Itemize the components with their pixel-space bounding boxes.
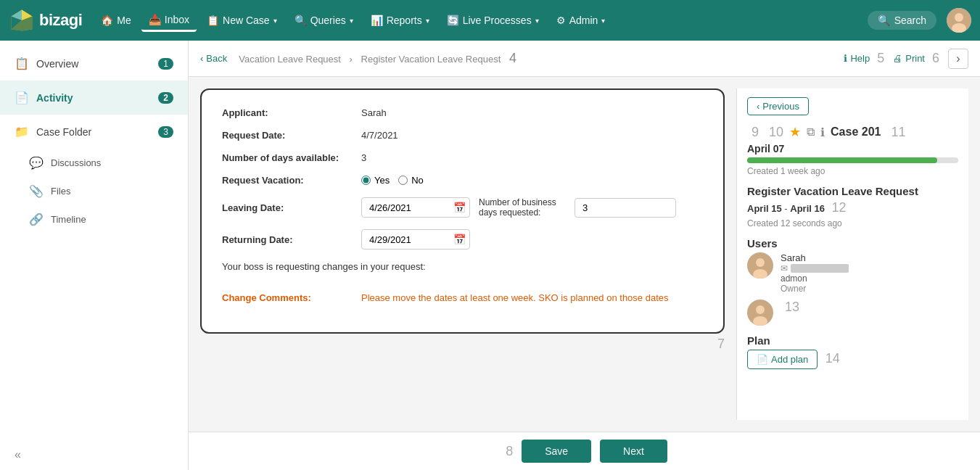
users-title: Users bbox=[747, 237, 958, 250]
form-row-returning-date: Returning Date: 📅 bbox=[222, 229, 703, 250]
form-row-request-vacation: Request Vacation: Yes No bbox=[222, 175, 703, 186]
radio-no[interactable]: No bbox=[398, 175, 424, 186]
sidebar-item-overview[interactable]: 📋 Overview 1 bbox=[0, 46, 188, 81]
help-icon: ℹ bbox=[844, 53, 847, 64]
search-bar[interactable]: 🔍 Search bbox=[868, 11, 936, 30]
returning-date-field[interactable] bbox=[369, 234, 449, 245]
inbox-icon: 📥 bbox=[149, 14, 161, 25]
business-days-input[interactable] bbox=[575, 198, 676, 218]
right-panel: ‹ Previous 9 10 ★ ⧉ ℹ Case 201 11 April … bbox=[736, 88, 968, 420]
reports-icon: 📊 bbox=[371, 15, 383, 26]
case-actions-row: 9 10 ★ ⧉ ℹ Case 201 11 bbox=[747, 124, 958, 140]
copy-case-icon[interactable]: ⧉ bbox=[807, 125, 815, 139]
radio-yes[interactable]: Yes bbox=[361, 175, 390, 186]
breadcrumb-part2: Register Vacation Leave Request bbox=[361, 54, 501, 65]
nav-item-inbox[interactable]: 📥 Inbox bbox=[141, 9, 197, 32]
nav-item-me[interactable]: 🏠 Me bbox=[94, 10, 138, 30]
main-layout: 📋 Overview 1 📄 Activity 2 📁 Case Folder … bbox=[0, 41, 980, 470]
form-row-leaving-date: Leaving Date: 📅 Number of business days … bbox=[222, 197, 703, 218]
print-button[interactable]: 🖨 Print 6 bbox=[893, 51, 939, 66]
user-row-second: 13 bbox=[747, 300, 958, 326]
help-button[interactable]: ℹ Help 5 bbox=[844, 51, 884, 66]
collapse-icon: « bbox=[15, 448, 21, 461]
search-icon: 🔍 bbox=[878, 15, 890, 26]
form-card: Applicant: Sarah Request Date: 4/7/2021 … bbox=[200, 88, 725, 334]
form-row-request-date: Request Date: 4/7/2021 bbox=[222, 130, 703, 141]
previous-button[interactable]: ‹ Previous bbox=[747, 97, 809, 115]
info-icon[interactable]: ℹ bbox=[820, 125, 825, 139]
business-days-row: Number of business days requested: bbox=[479, 197, 703, 218]
section-created-ago: Created 12 seconds ago bbox=[747, 218, 958, 228]
overview-badge: 1 bbox=[158, 58, 173, 70]
returning-date-label: Returning Date: bbox=[222, 234, 353, 245]
form-area: Applicant: Sarah Request Date: 4/7/2021 … bbox=[189, 77, 980, 432]
back-button[interactable]: ‹ Back bbox=[200, 53, 227, 64]
radio-no-input[interactable] bbox=[398, 176, 408, 185]
add-plan-button[interactable]: 📄 Add plan bbox=[747, 350, 818, 369]
leaving-date-input[interactable]: 📅 bbox=[361, 197, 470, 218]
change-comments-label: Change Comments: bbox=[222, 292, 353, 303]
activity-icon: 📄 bbox=[15, 91, 29, 104]
user-row-sarah: Sarah ✉ admon Owner bbox=[747, 252, 958, 294]
sidebar-item-activity[interactable]: 📄 Activity 2 bbox=[0, 81, 188, 115]
nav-item-live-processes[interactable]: 🔄 Live Processes ▾ bbox=[440, 10, 546, 30]
breadcrumb-separator: › bbox=[350, 54, 353, 65]
returning-date-input[interactable]: 📅 bbox=[361, 229, 470, 250]
live-processes-icon: 🔄 bbox=[447, 15, 459, 26]
form-row-change-comments: Change Comments: Please move the dates a… bbox=[222, 292, 703, 303]
leaving-date-label: Leaving Date: bbox=[222, 202, 353, 213]
back-arrow-icon: ‹ bbox=[200, 53, 203, 64]
breadcrumb-part1: Vacation Leave Request bbox=[239, 54, 341, 65]
svg-point-12 bbox=[756, 305, 765, 314]
sidebar-item-case-folder[interactable]: 📁 Case Folder 3 bbox=[0, 115, 188, 149]
user-owner: Owner bbox=[781, 284, 849, 294]
content-header: ‹ Back Vacation Leave Request › Register… bbox=[189, 41, 980, 77]
nav-item-new-case[interactable]: 📋 New Case ▾ bbox=[199, 10, 284, 30]
user-role: admon bbox=[781, 273, 849, 284]
form-row-applicant: Applicant: Sarah bbox=[222, 107, 703, 118]
business-days-label: Number of business days requested: bbox=[479, 197, 566, 218]
days-available-value: 3 bbox=[361, 152, 366, 163]
breadcrumb: Vacation Leave Request › Register Vacati… bbox=[236, 51, 835, 66]
radio-yes-input[interactable] bbox=[361, 176, 371, 185]
queries-icon: 🔍 bbox=[295, 15, 307, 26]
user-avatar-sarah bbox=[747, 252, 773, 279]
activity-badge: 2 bbox=[158, 92, 173, 104]
second-avatar-image bbox=[747, 300, 773, 326]
previous-arrow-icon: ‹ bbox=[757, 101, 759, 112]
users-section: Users Sarah ✉ bbox=[747, 237, 958, 326]
next-button[interactable]: Next bbox=[600, 440, 667, 463]
sidebar-item-discussions[interactable]: 💬 Discussions bbox=[29, 149, 188, 177]
plan-title: Plan bbox=[747, 334, 958, 347]
logo: bizagi bbox=[9, 7, 82, 33]
case-folder-badge: 3 bbox=[158, 126, 173, 138]
chevron-right-icon: › bbox=[956, 52, 960, 65]
days-available-label: Number of days available: bbox=[222, 152, 353, 163]
form-row-days-available: Number of days available: 3 bbox=[222, 152, 703, 163]
new-case-icon: 📋 bbox=[207, 15, 219, 26]
svg-point-9 bbox=[756, 258, 765, 267]
returning-calendar-icon: 📅 bbox=[453, 234, 466, 245]
created-ago: Created 1 week ago bbox=[747, 166, 958, 176]
home-icon: 🏠 bbox=[101, 15, 113, 26]
bottom-bar: 8 Save Next bbox=[189, 432, 980, 470]
nav-item-queries[interactable]: 🔍 Queries ▾ bbox=[287, 10, 361, 30]
sidebar-item-files[interactable]: 📎 Files bbox=[29, 177, 188, 205]
nav-chevron-button[interactable]: › bbox=[948, 49, 968, 69]
sidebar-item-timeline[interactable]: 🔗 Timeline bbox=[29, 205, 188, 234]
email-icon: ✉ bbox=[781, 263, 788, 273]
user-avatar-image bbox=[947, 8, 971, 33]
applicant-label: Applicant: bbox=[222, 107, 353, 118]
leaving-date-field[interactable] bbox=[369, 202, 449, 213]
request-vacation-radio: Yes No bbox=[361, 175, 424, 186]
nav-item-admin[interactable]: ⚙ Admin ▾ bbox=[549, 10, 613, 30]
nav-item-reports[interactable]: 📊 Reports ▾ bbox=[363, 10, 437, 30]
star-icon[interactable]: ★ bbox=[789, 124, 801, 140]
plan-section: Plan 📄 Add plan 14 bbox=[747, 334, 958, 369]
request-date-label: Request Date: bbox=[222, 130, 353, 141]
sidebar-collapse-button[interactable]: « bbox=[0, 440, 188, 470]
avatar[interactable] bbox=[947, 8, 971, 33]
save-button[interactable]: Save bbox=[522, 440, 591, 463]
reports-chevron: ▾ bbox=[426, 17, 429, 25]
sarah-avatar-image bbox=[747, 252, 773, 279]
